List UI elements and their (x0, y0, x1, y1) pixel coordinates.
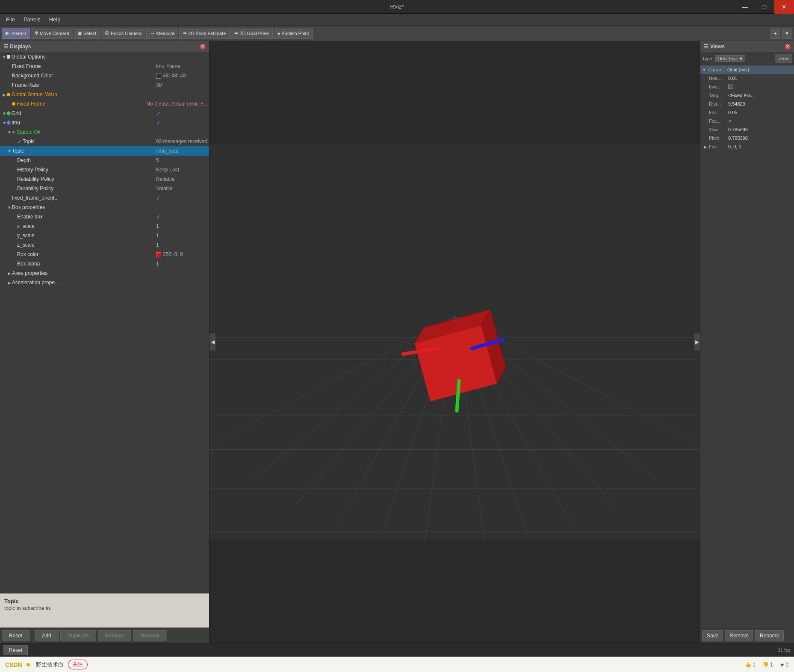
history-policy-row[interactable]: History Policy Keep Last (0, 165, 209, 174)
error-icon (12, 102, 15, 106)
views-save-button[interactable]: Save (702, 630, 723, 641)
background-color-row[interactable]: Background Color 48; 48; 48 (0, 71, 209, 80)
zero-button[interactable]: Zero (775, 54, 792, 63)
remove-button[interactable]: Remove (98, 630, 132, 641)
focus-camera-button[interactable]: ⦿ Focus Camera (101, 28, 145, 39)
menu-file[interactable]: File (2, 15, 19, 24)
fixed-frame-orient-row[interactable]: fixed_frame_orient... ✓ (0, 193, 209, 203)
box-alpha-row[interactable]: Box alpha 1 (0, 259, 209, 268)
scene-svg (210, 41, 700, 643)
box-properties-expand[interactable]: ▼ (7, 205, 12, 210)
depth-row[interactable]: Depth 5 (0, 156, 209, 165)
acceleration-properties-row[interactable]: ▶ Acceleration prope... (0, 278, 209, 287)
views-focus-point-row[interactable]: ▶ Foc... 0; 0; 0 (700, 142, 794, 151)
views-near-row[interactable]: Nea... 0.01 (700, 74, 794, 83)
minimize-button[interactable]: — (735, 0, 755, 14)
grid-icon (6, 111, 11, 115)
toolbar: ▶ Interact ✥ Move Camera ▣ Select ⦿ Focu… (0, 26, 794, 41)
dislike-item: 👎 1 (762, 662, 773, 668)
views-yaw-row[interactable]: Yaw 0.785398 (700, 125, 794, 134)
add-display-button[interactable]: + (770, 28, 780, 39)
reliability-policy-row[interactable]: Reliability Policy Reliable (0, 174, 209, 184)
3d-viewport[interactable]: ◀ ▶ (210, 41, 700, 643)
axes-properties-row[interactable]: ▶ Axes properties (0, 268, 209, 278)
add-button[interactable]: Add (35, 630, 58, 641)
reset-button[interactable]: Reset (2, 630, 30, 641)
fixed-frame-error-row[interactable]: Fixed Frame No tf data. Actual error: F.… (0, 99, 209, 109)
viewport-arrow-right[interactable]: ▶ (694, 333, 700, 351)
frame-rate-row[interactable]: Frame Rate 30 (0, 80, 209, 90)
status-ok-row[interactable]: ▼ ● Status: Ok (0, 127, 209, 137)
views-type-chevron: ▼ (739, 56, 744, 61)
fixed-frame-row[interactable]: Fixed Frame imu_frame (0, 62, 209, 71)
toolbar-expand-button[interactable]: ▼ (782, 28, 792, 39)
global-options-expand[interactable]: ▼ (2, 55, 7, 59)
displays-panel-title: Displays (10, 44, 31, 50)
select-button[interactable]: ▣ Select (74, 28, 100, 39)
views-invert-row[interactable]: Inve... (700, 83, 794, 91)
type-label: Type: (702, 56, 714, 61)
views-remove-button[interactable]: Remove (725, 630, 753, 641)
viewport-panel: ◀ ▶ (210, 41, 700, 643)
global-status-expand[interactable]: ▶ (2, 92, 7, 97)
follow-button[interactable]: 关注 (68, 660, 88, 669)
imu-row[interactable]: ▼ Imu ✓ (0, 118, 209, 127)
status-ok-expand[interactable]: ▼ (7, 130, 12, 135)
displays-bottom-buttons: Reset Add Duplicate Remove Rename (0, 628, 209, 643)
titlebar: RViz* — □ ✕ (0, 0, 794, 14)
duplicate-button[interactable]: Duplicate (60, 630, 96, 641)
stars-count: 2 (786, 662, 789, 668)
global-status-row[interactable]: ▶ Global Status: Warn (0, 90, 209, 99)
axes-expand[interactable]: ▶ (7, 271, 12, 276)
views-current-header[interactable]: ▼ Curren... Orbit (rviz) (700, 65, 794, 74)
z-scale-row[interactable]: z_scale 1 (0, 240, 209, 250)
move-camera-button[interactable]: ✥ Move Camera (31, 28, 73, 39)
topic-messages-row[interactable]: ✓ Topic 93 messages received (0, 137, 209, 146)
global-options-row[interactable]: ▼ Global Options (0, 52, 209, 62)
rename-button[interactable]: Rename (133, 630, 167, 641)
invert-checkbox[interactable] (728, 84, 733, 89)
views-distance-row[interactable]: Dist... 9.54829 (700, 100, 794, 108)
displays-panel-header: ☰ Displays ✕ (0, 41, 209, 52)
menu-panels[interactable]: Panels (19, 15, 45, 24)
acceleration-expand[interactable]: ▶ (7, 280, 12, 285)
views-focus1-row[interactable]: Foc... 0.05 (700, 108, 794, 117)
x-scale-row[interactable]: x_scale 1 (0, 221, 209, 231)
pose-estimate-button[interactable]: ➡ 2D Pose Estimate (179, 28, 230, 39)
views-toolbar: Type: Orbit (rviz ▼ Zero (700, 52, 794, 65)
topic-expand[interactable]: ▼ (7, 149, 12, 153)
author-status-dot (27, 663, 30, 666)
views-pitch-row[interactable]: Pitch 0.785398 (700, 134, 794, 142)
measure-button[interactable]: ↔ Measure (146, 28, 178, 39)
y-scale-row[interactable]: y_scale 1 (0, 231, 209, 240)
likes-count: 1 (753, 662, 756, 668)
global-reset-button[interactable]: Reset (3, 645, 28, 655)
maximize-button[interactable]: □ (755, 0, 774, 14)
box-properties-row[interactable]: ▼ Box properties (0, 203, 209, 212)
global-options-icon (7, 55, 10, 59)
publish-point-button[interactable]: ● Publish Point (274, 28, 313, 39)
menu-help[interactable]: Help (45, 15, 65, 24)
grid-row[interactable]: ▼ Grid ✓ (0, 109, 209, 118)
views-focus2-row[interactable]: Foc... ✓ (700, 117, 794, 125)
viewport-arrow-left[interactable]: ◀ (210, 333, 215, 351)
goal-pose-icon: ➡ (234, 30, 238, 36)
views-rename-button[interactable]: Rename (755, 630, 784, 641)
pose-estimate-icon: ➡ (183, 30, 187, 36)
topic-selected-row[interactable]: ▼ Topic /imu_data (0, 146, 209, 156)
displays-panel-close[interactable]: ✕ (200, 44, 206, 50)
views-panel-close[interactable]: ✕ (785, 44, 791, 50)
main-area: ☰ Displays ✕ ▼ Global Options Fixed Fram… (0, 41, 794, 643)
goal-pose-button[interactable]: ➡ 2D Goal Pose (230, 28, 272, 39)
star-icon: ★ (780, 662, 785, 668)
box-color-row[interactable]: Box color 255; 0; 0 (0, 250, 209, 259)
author-name: 野生技术白 (36, 661, 64, 669)
views-type-selector[interactable]: Orbit (rviz ▼ (715, 55, 746, 62)
views-target-row[interactable]: Targ... <Fixed Fra... (700, 91, 794, 100)
views-type-value: Orbit (rviz (717, 56, 738, 61)
enable-box-row[interactable]: Enable box ✓ (0, 212, 209, 221)
info-title: Topic (4, 598, 205, 604)
interact-button[interactable]: ▶ Interact (2, 28, 30, 39)
durability-policy-row[interactable]: Durability Policy Volatile (0, 184, 209, 193)
close-button[interactable]: ✕ (774, 0, 794, 14)
